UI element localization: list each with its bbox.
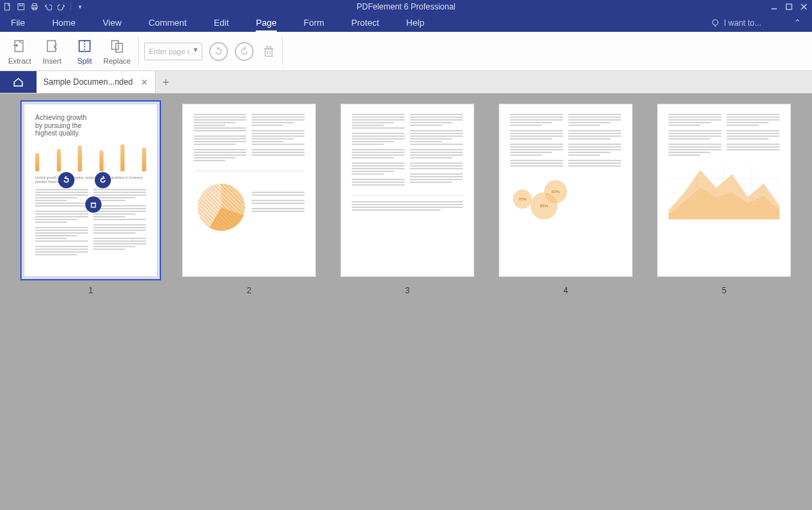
split-icon: [76, 38, 93, 54]
svg-rect-2: [20, 4, 22, 6]
tool-replace[interactable]: Replace: [102, 34, 133, 69]
page-range-input[interactable]: Enter page r... ▼: [144, 43, 202, 60]
page-number-5: 5: [722, 286, 727, 295]
app-title: PDFelement 6 Professional: [357, 2, 455, 12]
undo-icon[interactable]: [43, 2, 53, 12]
page2-pie-chart: [198, 184, 245, 231]
window-controls: [769, 1, 809, 12]
document-tab[interactable]: Sample Documen...nded ✕: [37, 71, 156, 93]
page-preview-4: 70% 60% 85%: [499, 104, 633, 277]
menu-edit[interactable]: Edit: [214, 18, 229, 28]
rotate-cw-button[interactable]: [235, 42, 254, 61]
svg-rect-7: [786, 4, 792, 9]
svg-rect-17: [116, 43, 122, 52]
page-rotate-ccw-overlay[interactable]: [58, 172, 74, 188]
menu-protect[interactable]: Protect: [351, 18, 379, 28]
i-want-to-button[interactable]: I want to...: [710, 18, 761, 28]
qat-separator: [70, 3, 71, 11]
svg-rect-22: [267, 47, 271, 49]
tool-split[interactable]: Split: [69, 34, 100, 69]
page-preview-2: [182, 104, 316, 277]
rotate-ccw-icon: [213, 46, 224, 57]
page-range-placeholder: Enter page r...: [149, 47, 196, 56]
tool-replace-label: Replace: [104, 57, 131, 65]
page-preview-5: [657, 104, 791, 277]
extract-icon: [12, 38, 28, 54]
svg-rect-18: [265, 49, 272, 56]
svg-rect-1: [18, 4, 24, 10]
svg-rect-23: [91, 203, 95, 207]
page-thumb-2[interactable]: 2: [179, 100, 319, 295]
maximize-button[interactable]: [784, 1, 794, 12]
save-icon[interactable]: [16, 2, 26, 12]
menu-home[interactable]: Home: [52, 18, 76, 28]
insert-icon: [44, 38, 60, 54]
tool-insert[interactable]: Insert: [37, 34, 68, 69]
rotate-cw-icon: [239, 46, 250, 57]
svg-rect-0: [5, 3, 9, 10]
svg-rect-16: [112, 41, 118, 49]
page-thumbnail-workspace: Achieving growth by pursuing the highest…: [0, 93, 812, 510]
menu-view[interactable]: View: [103, 18, 122, 28]
title-bar: ▾ PDFelement 6 Professional: [0, 0, 812, 14]
page1-bar-illustration: [35, 142, 146, 171]
page-range-group: Enter page r... ▼: [144, 42, 277, 61]
i-want-to-label: I want to...: [724, 18, 761, 28]
new-file-icon[interactable]: [3, 2, 12, 12]
page-number-3: 3: [405, 286, 410, 295]
tool-extract[interactable]: Extract: [4, 34, 35, 69]
page-number-4: 4: [564, 286, 568, 295]
tool-extract-label: Extract: [8, 57, 31, 65]
redo-icon[interactable]: [57, 2, 66, 12]
page-thumb-4[interactable]: 70% 60% 85% 4: [495, 100, 636, 295]
print-icon[interactable]: [30, 2, 39, 12]
svg-rect-12: [15, 41, 23, 51]
menu-form[interactable]: Form: [304, 18, 324, 28]
page-thumb-3[interactable]: 3: [337, 100, 478, 295]
trash-icon: [263, 45, 275, 58]
menu-help[interactable]: Help: [406, 18, 424, 28]
rotate-ccw-button[interactable]: [209, 42, 228, 61]
page-delete-overlay[interactable]: [85, 196, 102, 213]
page1-title: Achieving growth by pursuing the highest…: [35, 114, 146, 137]
delete-page-button[interactable]: [261, 43, 277, 60]
menu-bar: File Home View Comment Edit Page Form Pr…: [0, 14, 812, 32]
page-range-dropdown-icon[interactable]: ▼: [192, 46, 199, 54]
page-thumb-1[interactable]: Achieving growth by pursuing the highest…: [20, 100, 161, 295]
home-tab-button[interactable]: [0, 71, 37, 93]
close-button[interactable]: [798, 1, 809, 12]
page5-area-chart: [669, 165, 780, 219]
menu-page[interactable]: Page: [256, 18, 276, 28]
home-icon: [12, 76, 24, 88]
lightbulb-icon: [710, 18, 720, 28]
page-number-1: 1: [89, 286, 93, 295]
ribbon-separator: [138, 37, 139, 66]
qat-dropdown-icon[interactable]: ▾: [75, 2, 85, 12]
tool-split-label: Split: [77, 57, 91, 65]
menu-file[interactable]: File: [11, 18, 25, 28]
page-rotate-cw-overlay[interactable]: [95, 172, 111, 188]
ribbon-collapse-icon[interactable]: ⌃: [794, 18, 801, 28]
svg-point-10: [713, 20, 718, 25]
quick-access-toolbar: ▾: [3, 2, 85, 12]
replace-icon: [109, 38, 125, 54]
document-tab-close-icon[interactable]: ✕: [141, 77, 148, 87]
page4-bubble-chart: 70% 60% 85%: [510, 180, 621, 214]
tool-insert-label: Insert: [43, 57, 62, 65]
minimize-button[interactable]: [769, 1, 780, 12]
add-tab-button[interactable]: ＋: [156, 71, 176, 93]
page-ribbon: Extract Insert Split Replace Enter page …: [0, 32, 812, 71]
page-thumb-5[interactable]: 5: [654, 100, 794, 295]
page-number-2: 2: [247, 286, 252, 295]
document-tab-strip: Sample Documen...nded ✕ ＋: [0, 71, 812, 93]
ribbon-separator-2: [282, 37, 283, 66]
page-preview-3: [340, 104, 474, 277]
page-preview-1: Achieving growth by pursuing the highest…: [24, 104, 158, 277]
document-tab-title: Sample Documen...nded: [43, 77, 133, 87]
menu-comment[interactable]: Comment: [149, 18, 187, 28]
